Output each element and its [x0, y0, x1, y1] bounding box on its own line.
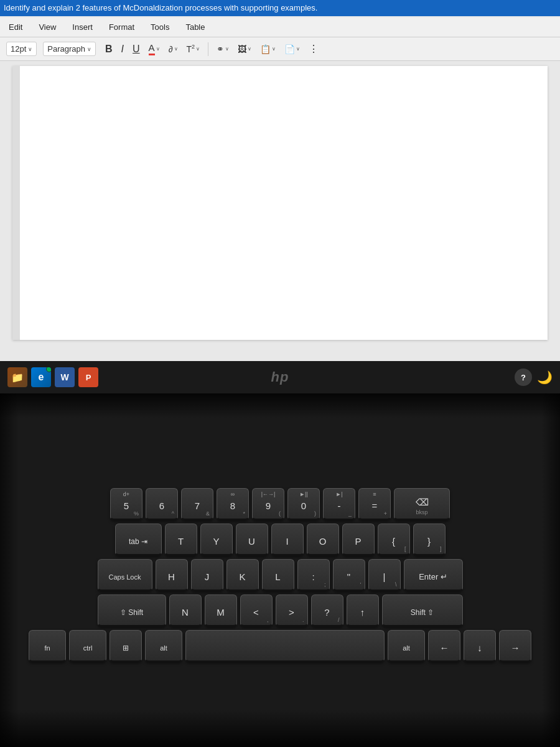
- font-size-chevron: ∨: [28, 46, 32, 52]
- bold-button[interactable]: B: [102, 42, 116, 57]
- font-color-button[interactable]: A ∨: [146, 40, 163, 57]
- key-slash[interactable]: ? /: [311, 594, 343, 627]
- taskbar-file-manager[interactable]: 📁: [7, 367, 27, 387]
- menu-tools[interactable]: Tools: [148, 21, 172, 33]
- key-alt-right[interactable]: alt: [388, 630, 425, 662]
- keyboard-row-hjkl: Caps Lock H J K L : ; " ' |: [12, 559, 548, 591]
- menu-insert[interactable]: Insert: [70, 21, 95, 33]
- key-9[interactable]: |←→| 9 (: [252, 488, 284, 520]
- keyboard: d+ 5 % 6 ^ 7 & ∞ 8 * |←→| 9 (: [12, 488, 548, 665]
- key-o[interactable]: O: [307, 524, 339, 556]
- keyboard-row-numbers: d+ 5 % 6 ^ 7 & ∞ 8 * |←→| 9 (: [12, 488, 548, 520]
- menu-view[interactable]: View: [36, 21, 58, 33]
- key-6[interactable]: 6 ^: [146, 488, 178, 520]
- taskbar-word[interactable]: W: [55, 367, 75, 387]
- taskbar-right: ? 🌙: [515, 369, 553, 386]
- key-caps-lock[interactable]: Caps Lock: [98, 559, 152, 591]
- keyboard-shadow-bottom: [0, 710, 560, 747]
- selected-text: Identify and explain 2 features of McDon…: [0, 0, 560, 16]
- more-options-button[interactable]: ⋮: [306, 41, 322, 57]
- key-8[interactable]: ∞ 8 *: [217, 488, 249, 520]
- key-enter[interactable]: Enter ↵: [404, 559, 463, 591]
- key-m[interactable]: M: [205, 594, 237, 627]
- highlight-button[interactable]: ∂ ∨: [166, 42, 181, 56]
- key-i[interactable]: I: [271, 524, 304, 556]
- taskbar: 📁 e W P hp ? 🌙: [0, 361, 560, 393]
- keyboard-row-bottom: fn ctrl ⊞ alt alt ← ↓ →: [12, 630, 548, 662]
- paragraph-selector[interactable]: Paragraph ∨: [43, 42, 96, 56]
- menu-edit[interactable]: Edit: [6, 21, 25, 33]
- key-close-bracket[interactable]: } ]: [413, 524, 446, 556]
- key-up-arrow[interactable]: ↑: [347, 594, 379, 627]
- image-button[interactable]: 🖼 ∨: [235, 42, 254, 56]
- paragraph-value: Paragraph: [47, 44, 85, 54]
- key-shift-left[interactable]: ⇧ Shift: [98, 594, 166, 627]
- font-size-value: 12pt: [11, 44, 26, 54]
- moon-icon: 🌙: [537, 370, 553, 385]
- key-u[interactable]: U: [236, 524, 268, 556]
- toolbar: 12pt ∨ Paragraph ∨ B I U A ∨ ∂ ∨: [0, 37, 560, 61]
- key-h[interactable]: H: [156, 559, 188, 591]
- key-open-bracket[interactable]: { [: [378, 524, 410, 556]
- key-right-arrow[interactable]: →: [499, 630, 531, 662]
- comment-button[interactable]: 📄 ∨: [281, 42, 303, 56]
- edge-active-indicator: [46, 367, 51, 372]
- menu-bar: Edit View Insert Format Tools Table: [0, 17, 560, 37]
- key-7[interactable]: 7 &: [181, 488, 213, 520]
- key-minus[interactable]: ►| - _: [323, 488, 355, 520]
- key-p[interactable]: P: [342, 524, 375, 556]
- italic-button[interactable]: I: [118, 42, 127, 57]
- help-button[interactable]: ?: [515, 369, 532, 386]
- keyboard-row-nm: ⇧ Shift N M < , > . ? / ↑: [12, 594, 548, 627]
- key-k[interactable]: K: [226, 559, 259, 591]
- key-alt-left[interactable]: alt: [145, 630, 182, 662]
- document-area: Identify and explain 2 features of McDon…: [0, 0, 560, 361]
- taskbar-edge-browser[interactable]: e: [31, 367, 51, 387]
- key-period[interactable]: > .: [276, 594, 308, 627]
- key-t[interactable]: T: [165, 524, 197, 556]
- key-windows[interactable]: ⊞: [110, 630, 142, 662]
- doc-content[interactable]: [12, 66, 548, 340]
- key-n[interactable]: N: [169, 594, 202, 627]
- key-tab[interactable]: tab ⇥: [115, 524, 162, 556]
- key-space[interactable]: [185, 630, 385, 662]
- toolbar-separator-1: [208, 42, 208, 56]
- key-shift-right[interactable]: Shift ⇧: [382, 594, 463, 627]
- key-ctrl-left[interactable]: ctrl: [69, 630, 106, 662]
- underline-button[interactable]: U: [129, 42, 143, 57]
- keyboard-shadow-top: [0, 393, 560, 418]
- link-button[interactable]: ⚭ ∨: [213, 42, 232, 56]
- keyboard-row-tyuiop: tab ⇥ T Y U I O P { [: [12, 524, 548, 556]
- keyboard-area: d+ 5 % 6 ^ 7 & ∞ 8 * |←→| 9 (: [0, 393, 560, 747]
- key-equals[interactable]: ≡ = +: [358, 488, 391, 520]
- superscript-button[interactable]: T2 ∨: [184, 42, 203, 56]
- key-backslash[interactable]: | \: [368, 559, 401, 591]
- clipboard-button[interactable]: 📋 ∨: [257, 42, 279, 56]
- hp-logo: hp: [271, 369, 289, 385]
- font-size-selector[interactable]: 12pt ∨: [6, 42, 37, 56]
- taskbar-powerpoint[interactable]: P: [78, 367, 98, 387]
- key-semicolon[interactable]: : ;: [297, 559, 330, 591]
- menu-format[interactable]: Format: [106, 21, 137, 33]
- key-5[interactable]: d+ 5 %: [110, 488, 142, 520]
- key-j[interactable]: J: [191, 559, 223, 591]
- key-fn[interactable]: fn: [29, 630, 66, 662]
- key-l[interactable]: L: [262, 559, 294, 591]
- key-left-arrow[interactable]: ←: [428, 630, 460, 662]
- key-down-arrow[interactable]: ↓: [464, 630, 496, 662]
- key-0[interactable]: ►|| 0 ): [287, 488, 320, 520]
- key-quote[interactable]: " ': [333, 559, 365, 591]
- key-y[interactable]: Y: [200, 524, 233, 556]
- menu-table[interactable]: Table: [183, 21, 207, 33]
- key-comma[interactable]: < ,: [240, 594, 273, 627]
- paragraph-chevron: ∨: [87, 46, 91, 52]
- doc-left-margin: [12, 66, 20, 340]
- key-backspace[interactable]: ⌫ bksp: [394, 488, 450, 520]
